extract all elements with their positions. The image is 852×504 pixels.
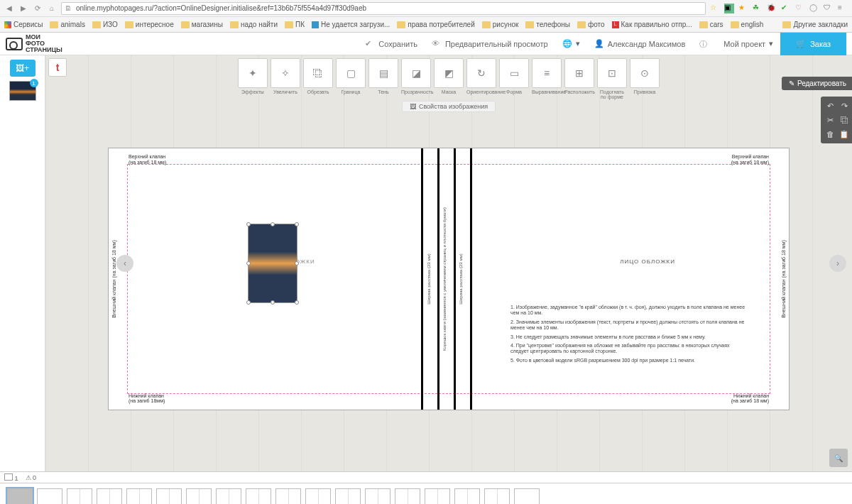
resize-handle[interactable]	[246, 300, 251, 305]
page-thumb[interactable]: 10 - 11	[186, 488, 212, 505]
page-thumb[interactable]: 2 - 3	[67, 488, 92, 505]
tool-icon: ⊞	[575, 67, 584, 79]
next-spread-button[interactable]: ›	[829, 255, 846, 272]
info-button[interactable]: ⓘ	[692, 39, 716, 49]
bookmark-folder[interactable]: фото	[577, 21, 605, 28]
page-thumb[interactable]: 22 - 23	[365, 488, 390, 505]
bookmark-folder[interactable]: ИЗО	[92, 21, 118, 28]
cover-spread[interactable]: Верхний клапан(на загиб 18 мм) Верхний к…	[108, 148, 790, 410]
page-thumb[interactable]: 20 - 21	[335, 488, 361, 505]
photo-thumbnail[interactable]: 1	[9, 81, 36, 101]
tool-icon: ◪	[412, 67, 421, 79]
language-button[interactable]: 🌐▾	[555, 39, 587, 49]
page-thumb[interactable]: 24 - 25	[395, 488, 420, 505]
star-icon[interactable]: ☆	[710, 4, 720, 13]
bookmark-folder[interactable]: english	[731, 21, 764, 28]
bookmark-item[interactable]: Не удается загрузи...	[312, 21, 390, 28]
bookmark-folder[interactable]: рисунок	[482, 21, 519, 28]
page-thumb[interactable]: 26 - 27	[425, 488, 450, 505]
page-thumb[interactable]: 18 - 19	[305, 488, 331, 505]
order-button[interactable]: 🛒Заказ	[780, 33, 846, 55]
resize-handle[interactable]	[295, 261, 299, 265]
back-icon[interactable]: ◀	[4, 4, 14, 13]
tool-граница[interactable]: ▢	[336, 58, 366, 88]
tool-форма[interactable]: ▭	[499, 58, 529, 88]
url-bar[interactable]: 🗎 online.myphotopages.ru/?action=OnlineD…	[61, 2, 706, 15]
undo-button[interactable]: ↶	[824, 99, 836, 112]
forward-icon[interactable]: ▶	[18, 4, 28, 13]
home-icon[interactable]: ⌂	[47, 4, 57, 13]
menu-icon[interactable]: ≡	[838, 4, 848, 13]
preview-button[interactable]: 👁Предварительный просмотр	[425, 39, 555, 49]
resize-handle[interactable]	[246, 261, 251, 265]
tool-выравнивание[interactable]: ≡	[532, 58, 562, 88]
usage-badge: 1	[30, 79, 38, 87]
page-thumb[interactable]: 8 - 9	[156, 488, 182, 505]
delete-button[interactable]: 🗑	[824, 128, 836, 141]
image-count: 1	[4, 473, 18, 482]
page-thumb[interactable]: 6 - 7	[126, 488, 152, 505]
save-button[interactable]: ✔Сохранить	[358, 39, 425, 49]
spine-text-1: Ширина расстава (23 мм)	[427, 253, 431, 304]
ext-icon[interactable]: ◯	[809, 4, 819, 13]
page-thumb[interactable]: 28 - 29	[454, 488, 480, 505]
tool-обрезать[interactable]: ⿻	[303, 58, 333, 88]
fold-label-tr: Верхний клапан(на загиб 18 мм)	[731, 154, 769, 165]
bookmark-folder[interactable]: ПК	[285, 21, 305, 28]
page-thumb[interactable]: Обложка	[7, 488, 33, 505]
bookmark-folder[interactable]: магазины	[181, 21, 223, 28]
bookmark-folder[interactable]: cars	[699, 21, 723, 28]
page-thumb[interactable]: 14 - 15	[246, 488, 271, 505]
add-photo-button[interactable]: 🖼+	[10, 60, 36, 77]
ext-icon[interactable]: 🐞	[767, 4, 777, 13]
edit-button[interactable]: ✎Редактировать	[782, 77, 852, 90]
tool-расположить[interactable]: ⊞	[564, 58, 594, 88]
resize-handle[interactable]	[271, 300, 275, 305]
tool-маска[interactable]: ◩	[434, 58, 464, 88]
project-menu[interactable]: Мой проект▾	[716, 39, 780, 48]
bookmark-folder[interactable]: телефоны	[525, 21, 570, 28]
cut-button[interactable]: ✂	[824, 114, 836, 126]
ext-icon[interactable]: 🛡	[824, 4, 834, 13]
other-bookmarks[interactable]: Другие закладки	[782, 21, 848, 28]
prev-spread-button[interactable]: ‹	[116, 255, 133, 272]
tool-привязка[interactable]: ⊙	[630, 58, 660, 88]
ext-icon[interactable]: ☘	[753, 4, 763, 13]
bookmark-folder[interactable]: надо найти	[230, 21, 278, 28]
reload-icon[interactable]: ⟳	[33, 4, 43, 13]
redo-button[interactable]: ↷	[838, 99, 851, 112]
search-button[interactable]: 🔍	[829, 449, 848, 467]
bookmark-folder[interactable]: animals	[50, 21, 84, 28]
resize-handle[interactable]	[271, 222, 275, 226]
page-thumb[interactable]: 1	[37, 488, 62, 505]
apps-shortcut[interactable]: Сервисы	[4, 21, 43, 28]
ext-icon[interactable]: ✔	[781, 4, 791, 13]
page-thumb[interactable]: 30 - 31	[484, 488, 510, 505]
resize-handle[interactable]	[246, 222, 251, 226]
page-thumb[interactable]: 32	[514, 488, 540, 505]
user-menu[interactable]: 👤Александр Максимов	[587, 39, 693, 49]
placed-image[interactable]	[248, 224, 297, 303]
ext-icon[interactable]: ▣	[724, 4, 734, 13]
logo[interactable]: МОИФОТОСТРАНИЦЫ	[6, 34, 62, 53]
bookmark-item[interactable]: LКак правильно отпр...	[612, 21, 692, 28]
ext-icon[interactable]: ★	[738, 4, 748, 13]
tool-увеличить[interactable]: ✧	[271, 58, 300, 88]
bookmark-folder[interactable]: интересное	[125, 21, 174, 28]
page-thumb[interactable]: 16 - 17	[275, 488, 301, 505]
resize-handle[interactable]	[295, 300, 299, 305]
page-thumb[interactable]: 4 - 5	[97, 488, 122, 505]
page-thumb[interactable]: 12 - 13	[216, 488, 241, 505]
copy-button[interactable]: ⿻	[838, 114, 851, 126]
tool-ориентирование[interactable]: ↻	[466, 58, 496, 88]
text-tool-button[interactable]: t	[48, 58, 67, 77]
bookmark-folder[interactable]: права потребителей	[397, 21, 474, 28]
ext-icon[interactable]: ♡	[795, 4, 805, 13]
tool-эффекты[interactable]: ✦	[238, 58, 268, 88]
properties-bar[interactable]: 🖼Свойства изображения	[402, 101, 496, 112]
resize-handle[interactable]	[295, 222, 299, 226]
paste-button[interactable]: 📋	[838, 128, 851, 141]
tool-прозрачность[interactable]: ◪	[401, 58, 431, 88]
tool-тень[interactable]: ▤	[368, 58, 398, 88]
tool-подогнать по форме[interactable]: ⊡	[597, 58, 627, 88]
